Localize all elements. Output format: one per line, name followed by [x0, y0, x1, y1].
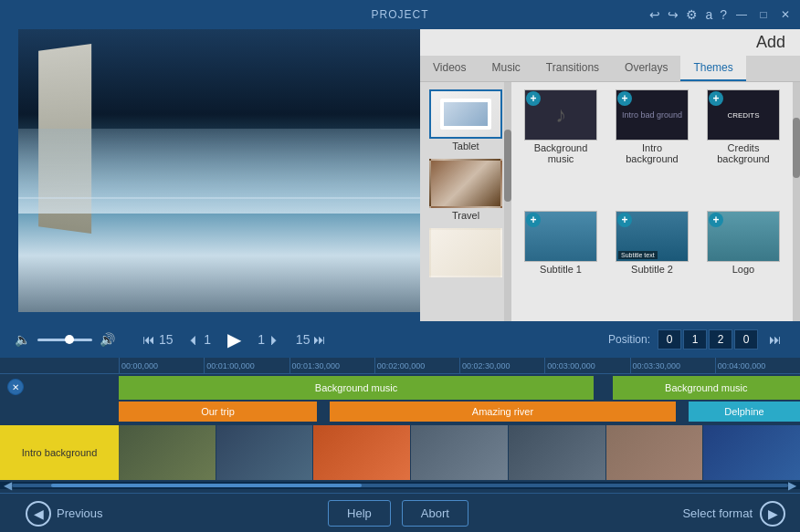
- tab-music[interactable]: Music: [479, 56, 532, 81]
- theme-subtitle1-label: Subtitle 1: [540, 264, 582, 275]
- theme-bg-music-label: Backgroundmusic: [534, 142, 588, 164]
- volume-low-icon: 🔈: [15, 332, 30, 347]
- clips-segments: Our trip Amazing river Delphine: [119, 402, 800, 422]
- theme-logo[interactable]: + Logo: [701, 211, 785, 314]
- photo-thumb-4[interactable]: [411, 425, 508, 480]
- h-scroll-handle: [51, 484, 362, 487]
- undo-icon[interactable]: ↩: [649, 7, 660, 22]
- volume-slider[interactable]: [37, 339, 92, 341]
- next-circle-icon[interactable]: ▶: [760, 501, 785, 527]
- bottom-bar: ◀ Previous Help Abort Select format ▶: [0, 493, 800, 532]
- bg-music-track-content: Background music Background music: [119, 374, 800, 400]
- tab-themes[interactable]: Themes: [680, 56, 745, 81]
- previous-label: Previous: [57, 506, 103, 520]
- ruler-mark-4: 00:02:30,000: [459, 358, 544, 373]
- select-format-label[interactable]: Select format: [682, 506, 753, 520]
- photo-thumb-6[interactable]: [606, 425, 703, 480]
- video-preview: [18, 29, 420, 312]
- template-blank[interactable]: [429, 228, 502, 279]
- add-logo-btn[interactable]: +: [709, 213, 723, 227]
- sidebar-scroll-handle: [504, 130, 511, 202]
- template-tablet[interactable]: Tablet: [429, 89, 502, 151]
- photo-thumb-3[interactable]: [313, 425, 410, 480]
- photo-thumb-1[interactable]: [119, 425, 216, 480]
- bg-music-seg2[interactable]: Background music: [613, 376, 800, 400]
- h-scroll-track[interactable]: [12, 484, 788, 487]
- previous-button[interactable]: ◀ Previous: [15, 495, 114, 532]
- amazing-river-seg[interactable]: Amazing river: [330, 402, 677, 422]
- theme-subtitle1-wrapper: +: [524, 211, 597, 262]
- theme-intro-bg[interactable]: + Intro bad ground Introbackground: [610, 89, 694, 203]
- skip-back-btn[interactable]: ⏮ 15: [139, 330, 176, 349]
- themes-grid: + ♪ Backgroundmusic + Intro bad ground: [511, 82, 793, 321]
- theme-credits-bg[interactable]: + CREDITS Creditsbackground: [701, 89, 785, 203]
- delphine-seg[interactable]: Delphine: [689, 402, 800, 422]
- template-tablet-thumb: [429, 89, 502, 139]
- pos-minutes-input[interactable]: [683, 329, 707, 349]
- bg-music-seg1[interactable]: Background music: [119, 376, 594, 400]
- template-travel-label: Travel: [429, 210, 502, 221]
- theme-bg-music[interactable]: + ♪ Backgroundmusic: [519, 89, 603, 203]
- help-button[interactable]: Help: [328, 500, 391, 527]
- theme-credits-bg-wrapper: + CREDITS: [707, 89, 780, 141]
- abort-button[interactable]: Abort: [402, 500, 468, 527]
- pos-hours-input[interactable]: [658, 329, 681, 349]
- titlebar-controls: ↩ ↪ ⚙ a ? — □ ✕: [649, 7, 793, 22]
- photo-thumbnails: [119, 425, 800, 480]
- theme-subtitle2[interactable]: + Subtitle text Subtitle 2: [610, 211, 694, 314]
- minimize-button[interactable]: —: [734, 7, 749, 22]
- account-icon[interactable]: a: [705, 7, 712, 22]
- theme-logo-label: Logo: [732, 264, 754, 275]
- add-bg-music-btn[interactable]: +: [526, 91, 541, 106]
- titlebar: PROJECT ↩ ↪ ⚙ a ? — □ ✕: [0, 0, 800, 29]
- goto-end-btn[interactable]: ⏭: [765, 330, 785, 349]
- tab-videos[interactable]: Videos: [420, 56, 479, 81]
- tab-transitions[interactable]: Transitions: [533, 56, 612, 81]
- bg-music-gap: [594, 376, 613, 400]
- pos-seconds-input[interactable]: [709, 329, 732, 349]
- theme-bg-music-wrapper: + ♪: [524, 89, 597, 141]
- template-blank-thumb: [429, 228, 502, 277]
- add-intro-bg-btn[interactable]: +: [617, 91, 632, 106]
- frame-back-btn[interactable]: ⏴ 1: [184, 330, 215, 349]
- play-button[interactable]: ▶: [222, 327, 247, 352]
- timeline: 00:00,000 00:01:00,000 00:01:30,000 00:0…: [0, 358, 800, 493]
- right-panel: Add Videos Music Transitions Overlays Th…: [420, 29, 800, 321]
- our-trip-seg[interactable]: Our trip: [119, 402, 317, 422]
- video-clouds: [18, 129, 420, 214]
- maximize-button[interactable]: □: [756, 7, 771, 22]
- redo-icon[interactable]: ↪: [668, 7, 679, 22]
- themes-scrollbar[interactable]: [793, 82, 800, 321]
- add-credits-bg-btn[interactable]: +: [709, 91, 723, 106]
- sidebar-scrollbar[interactable]: [504, 82, 511, 321]
- timeline-scrollbar[interactable]: ◀ ▶: [0, 482, 800, 489]
- credits-text: CREDITS: [723, 108, 763, 123]
- volume-handle: [65, 335, 74, 344]
- timeline-ruler: 00:00,000 00:01:00,000 00:01:30,000 00:0…: [0, 358, 800, 374]
- help-icon[interactable]: ?: [720, 7, 727, 22]
- tab-overlays[interactable]: Overlays: [612, 56, 680, 81]
- photo-thumb-7[interactable]: [703, 425, 800, 480]
- template-travel[interactable]: Travel: [429, 159, 502, 221]
- ruler-mark-1: 00:01:00,000: [204, 358, 289, 373]
- ruler-mark-2: 00:01:30,000: [289, 358, 374, 373]
- frame-fwd-btn[interactable]: 1 ⏵: [254, 330, 285, 349]
- bg-music-close-btn[interactable]: ✕: [7, 379, 24, 395]
- theme-subtitle2-label: Subtitle 2: [631, 264, 673, 275]
- skip-fwd-btn[interactable]: 15 ⏭: [292, 330, 330, 349]
- ruler-mark-3: 00:02:00,000: [374, 358, 459, 373]
- theme-logo-wrapper: +: [707, 211, 780, 262]
- pos-ms-input[interactable]: [734, 329, 758, 349]
- settings-icon[interactable]: ⚙: [686, 7, 698, 22]
- add-subtitle1-btn[interactable]: +: [526, 213, 541, 227]
- close-button[interactable]: ✕: [778, 7, 793, 22]
- bg-music-track-label: ✕: [0, 379, 119, 395]
- bottom-right: Select format ▶: [682, 501, 785, 527]
- video-bg: [18, 29, 420, 312]
- templates-sidebar: Tablet Travel: [420, 82, 511, 321]
- theme-subtitle1[interactable]: + Subtitle 1: [519, 211, 603, 314]
- photo-thumb-2[interactable]: [216, 425, 313, 480]
- ruler-mark-7: 00:04:00,000: [715, 358, 800, 373]
- photo-thumb-5[interactable]: [509, 425, 605, 480]
- add-subtitle2-btn[interactable]: +: [617, 213, 632, 227]
